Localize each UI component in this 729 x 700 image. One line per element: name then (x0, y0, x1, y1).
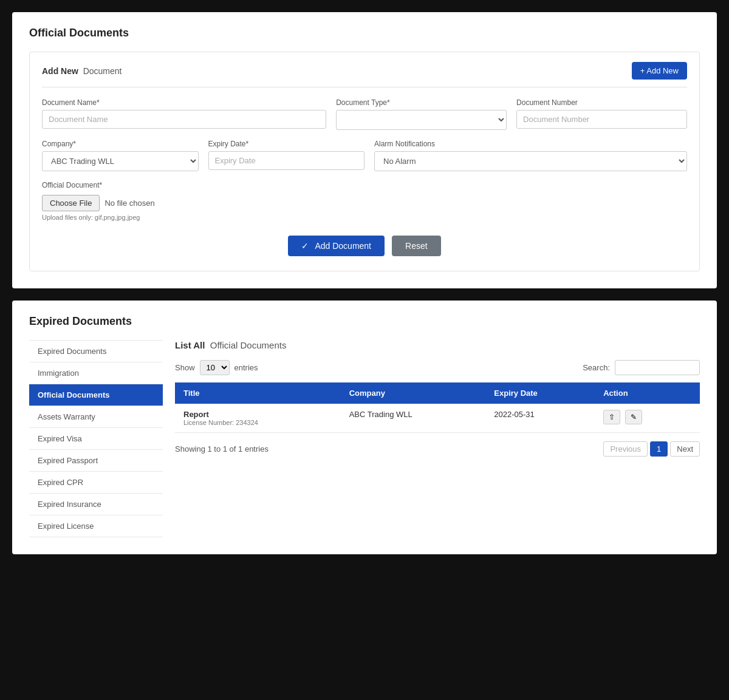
expiry-date-group: Expiry Date* (208, 140, 365, 170)
document-type-select[interactable] (336, 110, 507, 130)
cell-action: ⇧ ✎ (595, 404, 700, 433)
table-row: Report License Number: 234324 ABC Tradin… (175, 404, 700, 433)
official-document-label: Official Document* (42, 181, 687, 189)
form-row-1: Document Name* Document Type* Document N… (42, 98, 687, 130)
table-controls: Show 10 25 50 entries Search: (175, 360, 700, 375)
sidebar-item-expired-documents[interactable]: Expired Documents (29, 340, 163, 362)
sidebar-item-expired-passport[interactable]: Expired Passport (29, 450, 163, 472)
add-new-button[interactable]: + Add New (632, 62, 687, 80)
col-company: Company (341, 382, 486, 404)
search-input[interactable] (615, 360, 700, 375)
col-expiry-date: Expiry Date (485, 382, 595, 404)
sidebar-item-expired-insurance[interactable]: Expired Insurance (29, 494, 163, 515)
no-file-text: No file chosen (104, 199, 154, 208)
list-header: List All Official Documents (175, 340, 700, 350)
upload-action-button[interactable]: ⇧ (603, 410, 620, 424)
document-name-label: Document Name* (42, 98, 326, 107)
documents-table: Title Company Expiry Date Action Report … (175, 382, 700, 433)
company-label: Company* (42, 140, 199, 148)
document-type-group: Document Type* (336, 98, 507, 130)
document-number-input[interactable] (516, 110, 687, 129)
col-action: Action (595, 382, 700, 404)
sidebar-item-expired-visa[interactable]: Expired Visa (29, 428, 163, 450)
expired-documents-title: Expired Documents (29, 315, 700, 328)
edit-action-button[interactable]: ✎ (625, 410, 642, 424)
sidebar-item-expired-cpr[interactable]: Expired CPR (29, 472, 163, 494)
form-section-title: Add New Document (42, 66, 122, 76)
pagination: Showing 1 to 1 of 1 entries Previous 1 N… (175, 441, 700, 457)
alarm-notifications-group: Alarm Notifications No Alarm (374, 140, 687, 171)
cell-company: ABC Trading WLL (341, 404, 486, 433)
doc-license: License Number: 234324 (183, 419, 332, 426)
cell-expiry-date: 2022-05-31 (485, 404, 595, 433)
form-actions: Add Document Reset (42, 236, 687, 256)
file-upload-row: Choose File No file chosen (42, 195, 687, 211)
checkmark-icon (301, 241, 311, 251)
table-header: Title Company Expiry Date Action (175, 382, 700, 404)
show-entries: Show 10 25 50 entries (175, 360, 258, 375)
pagination-controls: Previous 1 Next (603, 441, 700, 457)
entries-select[interactable]: 10 25 50 (200, 360, 230, 375)
search-box: Search: (583, 360, 700, 375)
showing-text: Showing 1 to 1 of 1 entries (175, 444, 269, 454)
col-title: Title (175, 382, 341, 404)
reset-button[interactable]: Reset (392, 236, 441, 256)
official-documents-panel: Official Documents Add New Document + Ad… (12, 12, 717, 288)
form-row-3: Official Document* Choose File No file c… (42, 181, 687, 221)
document-name-input[interactable] (42, 110, 326, 129)
form-row-2: Company* ABC Trading WLL Expiry Date* Al… (42, 140, 687, 171)
expired-layout: Expired Documents Immigration Official D… (29, 340, 700, 537)
next-button[interactable]: Next (670, 441, 700, 457)
page-1-button[interactable]: 1 (650, 441, 668, 457)
choose-file-button[interactable]: Choose File (42, 195, 100, 211)
form-section-header: Add New Document + Add New (42, 62, 687, 87)
alarm-notifications-label: Alarm Notifications (374, 140, 687, 148)
expiry-date-label: Expiry Date* (208, 140, 365, 148)
sidebar: Expired Documents Immigration Official D… (29, 340, 163, 537)
add-document-button[interactable]: Add Document (288, 236, 385, 256)
doc-title: Report (183, 410, 332, 419)
sidebar-item-expired-license[interactable]: Expired License (29, 515, 163, 537)
sidebar-item-official-documents[interactable]: Official Documents (29, 384, 163, 406)
company-select[interactable]: ABC Trading WLL (42, 151, 199, 171)
document-number-label: Document Number (516, 98, 687, 107)
document-type-label: Document Type* (336, 98, 507, 107)
document-name-group: Document Name* (42, 98, 326, 129)
cell-title: Report License Number: 234324 (175, 404, 341, 433)
document-number-group: Document Number (516, 98, 687, 129)
sidebar-item-immigration[interactable]: Immigration (29, 362, 163, 384)
company-group: Company* ABC Trading WLL (42, 140, 199, 171)
upload-hint: Upload files only: gif,png,jpg,jpeg (42, 214, 687, 221)
expiry-date-input[interactable] (208, 151, 365, 170)
sidebar-item-assets-warranty[interactable]: Assets Warranty (29, 406, 163, 428)
table-body: Report License Number: 234324 ABC Tradin… (175, 404, 700, 433)
alarm-notifications-select[interactable]: No Alarm (374, 151, 687, 171)
official-documents-title: Official Documents (29, 27, 700, 39)
add-document-form-section: Add New Document + Add New Document Name… (29, 52, 700, 271)
previous-button[interactable]: Previous (603, 441, 648, 457)
main-content: List All Official Documents Show 10 25 5… (175, 340, 700, 537)
expired-documents-panel: Expired Documents Expired Documents Immi… (12, 301, 717, 554)
official-document-group: Official Document* Choose File No file c… (42, 181, 687, 221)
